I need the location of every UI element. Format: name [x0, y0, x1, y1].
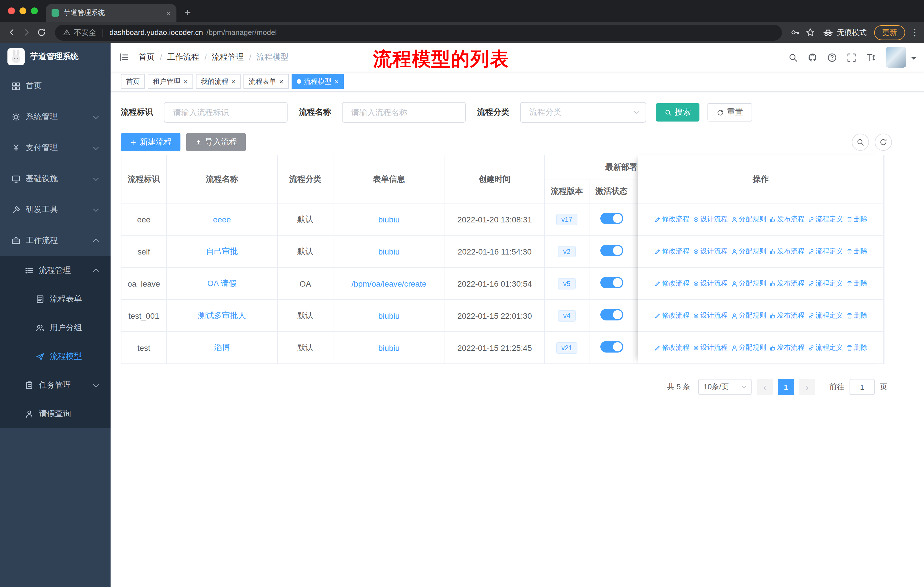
process-name-link[interactable]: 滔博 — [214, 342, 230, 352]
sidebar-item-devtools[interactable]: 研发工具 — [0, 194, 111, 225]
action-publish[interactable]: 发布流程 — [769, 311, 805, 321]
sidebar-item-home[interactable]: 首页 — [0, 71, 111, 101]
process-name-link[interactable]: 自己审批 — [206, 246, 238, 255]
tag-租户管理[interactable]: 租户管理× — [148, 74, 193, 89]
tag-流程模型[interactable]: 流程模型× — [292, 74, 344, 89]
active-toggle[interactable] — [600, 213, 623, 224]
sidebar-item-process-manage[interactable]: 流程管理 — [0, 256, 111, 285]
action-design[interactable]: 设计流程 — [692, 343, 728, 352]
sidebar-item-user-group[interactable]: 用户分组 — [0, 314, 111, 342]
form-link[interactable]: biubiu — [378, 311, 400, 320]
search-button[interactable]: 搜索 — [656, 103, 700, 122]
sidebar-item-process-model[interactable]: 流程模型 — [0, 342, 111, 371]
active-toggle[interactable] — [600, 277, 623, 288]
action-assign[interactable]: 分配规则 — [731, 246, 766, 256]
window-zoom-button[interactable] — [31, 7, 38, 14]
bookmark-star-icon[interactable] — [805, 28, 815, 37]
action-definition[interactable]: 流程定义 — [807, 214, 843, 224]
action-delete[interactable]: 删除 — [846, 343, 868, 352]
forward-button[interactable] — [22, 28, 31, 37]
window-close-button[interactable] — [8, 7, 15, 14]
goto-page-input[interactable] — [850, 379, 875, 395]
action-definition[interactable]: 流程定义 — [807, 246, 843, 256]
action-assign[interactable]: 分配规则 — [731, 343, 766, 352]
process-name-link[interactable]: OA 请假 — [207, 278, 237, 288]
tag-close-icon[interactable]: × — [335, 78, 339, 85]
version-badge[interactable]: v5 — [558, 278, 576, 289]
action-assign[interactable]: 分配规则 — [731, 214, 766, 224]
next-page-button[interactable]: › — [799, 379, 815, 395]
action-modify[interactable]: 修改流程 — [654, 246, 690, 256]
action-delete[interactable]: 删除 — [846, 246, 868, 256]
address-bar[interactable]: 不安全 dashboard.yudao.iocoder.cn /bpm/mana… — [55, 24, 782, 40]
action-design[interactable]: 设计流程 — [692, 279, 728, 288]
action-assign[interactable]: 分配规则 — [731, 279, 766, 288]
create-process-button[interactable]: 新建流程 — [121, 133, 180, 151]
process-name-link[interactable]: eeee — [213, 215, 231, 224]
prev-page-button[interactable]: ‹ — [757, 379, 773, 395]
tag-close-icon[interactable]: × — [183, 78, 188, 85]
toggle-search-button[interactable] — [852, 134, 869, 151]
sidebar-item-leave-query[interactable]: 请假查询 — [0, 400, 111, 428]
version-badge[interactable]: v17 — [556, 213, 578, 225]
action-publish[interactable]: 发布流程 — [769, 214, 805, 224]
font-size-icon[interactable] — [866, 53, 876, 62]
sidebar-item-infra[interactable]: 基础设施 — [0, 164, 111, 194]
action-publish[interactable]: 发布流程 — [769, 343, 805, 352]
import-process-button[interactable]: 导入流程 — [186, 133, 246, 151]
breadcrumb-item[interactable]: 工作流程 — [167, 52, 200, 63]
tag-我的流程[interactable]: 我的流程× — [196, 74, 241, 89]
breadcrumb-item[interactable]: 首页 — [139, 52, 155, 63]
active-toggle[interactable] — [600, 341, 623, 352]
form-link[interactable]: biubiu — [378, 215, 400, 224]
new-tab-button[interactable]: + — [185, 5, 191, 21]
action-publish[interactable]: 发布流程 — [769, 246, 805, 256]
header-search-icon[interactable] — [788, 53, 798, 62]
action-delete[interactable]: 删除 — [846, 214, 868, 224]
form-link[interactable]: /bpm/oa/leave/create — [351, 279, 426, 288]
browser-tab[interactable]: 芋道管理系统 × — [46, 4, 177, 22]
action-modify[interactable]: 修改流程 — [654, 311, 690, 321]
active-toggle[interactable] — [600, 245, 623, 256]
active-toggle[interactable] — [600, 309, 623, 321]
action-modify[interactable]: 修改流程 — [654, 343, 690, 352]
process-name-input[interactable] — [342, 102, 466, 123]
tag-首页[interactable]: 首页 — [121, 74, 145, 89]
breadcrumb-item[interactable]: 流程管理 — [212, 52, 244, 63]
tag-流程表单[interactable]: 流程表单× — [243, 74, 289, 89]
action-design[interactable]: 设计流程 — [692, 214, 728, 224]
sidebar-item-payment[interactable]: 支付管理 — [0, 132, 111, 164]
user-avatar[interactable] — [886, 47, 906, 68]
version-badge[interactable]: v21 — [556, 342, 578, 354]
version-badge[interactable]: v4 — [558, 310, 576, 321]
sidebar-toggle-button[interactable] — [119, 52, 129, 63]
fullscreen-icon[interactable] — [846, 53, 856, 62]
action-assign[interactable]: 分配规则 — [731, 311, 766, 321]
action-design[interactable]: 设计流程 — [692, 311, 728, 321]
tag-close-icon[interactable]: × — [231, 78, 236, 85]
sidebar-item-process-form[interactable]: 流程表单 — [0, 285, 111, 314]
sidebar-item-workflow[interactable]: 工作流程 — [0, 225, 111, 256]
reload-button[interactable] — [37, 28, 46, 37]
back-button[interactable] — [7, 28, 16, 37]
action-design[interactable]: 设计流程 — [692, 246, 728, 256]
password-manager-icon[interactable] — [790, 28, 800, 37]
update-button[interactable]: 更新 — [874, 25, 905, 40]
version-badge[interactable]: v2 — [558, 246, 576, 257]
refresh-table-button[interactable] — [875, 134, 892, 151]
browser-menu-kebab-icon[interactable]: ⋮ — [910, 27, 917, 38]
github-icon[interactable] — [808, 53, 817, 62]
action-delete[interactable]: 删除 — [846, 279, 868, 288]
page-1-button[interactable]: 1 — [778, 379, 794, 395]
action-modify[interactable]: 修改流程 — [654, 279, 690, 288]
action-definition[interactable]: 流程定义 — [807, 343, 843, 352]
sidebar-item-system[interactable]: 系统管理 — [0, 101, 111, 132]
window-minimize-button[interactable] — [20, 7, 26, 14]
tab-close-icon[interactable]: × — [166, 9, 171, 17]
process-key-input[interactable] — [164, 102, 287, 123]
action-definition[interactable]: 流程定义 — [807, 279, 843, 288]
form-link[interactable]: biubiu — [378, 247, 400, 256]
form-link[interactable]: biubiu — [378, 343, 400, 352]
action-publish[interactable]: 发布流程 — [769, 279, 805, 288]
process-category-select[interactable]: 流程分类 — [520, 102, 646, 123]
